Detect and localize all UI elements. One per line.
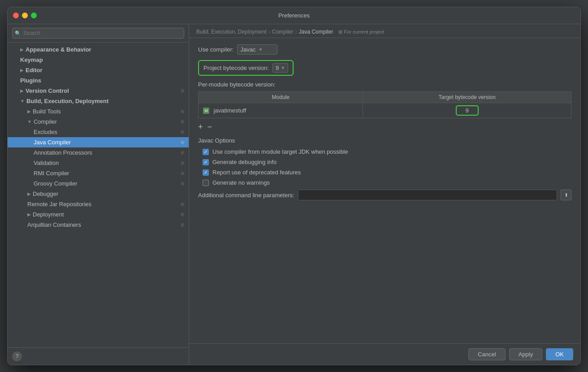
sidebar-label-version-control: Version Control xyxy=(26,87,69,94)
chevron-down-icon: ▼ xyxy=(258,47,263,52)
sidebar-label-appearance: Appearance & Behavior xyxy=(26,46,91,53)
sidebar-item-build-exec-deploy[interactable]: ▼ Build, Execution, Deployment xyxy=(8,96,189,106)
settings-icon: ⊞ xyxy=(181,150,184,155)
checkbox-use-compiler-jdk[interactable]: ✓ xyxy=(203,149,209,155)
main-content: 🔍 ▶ Appearance & Behavior Keymap ▶ Edito… xyxy=(8,24,580,365)
traffic-lights xyxy=(13,13,37,18)
sidebar-label-annotation-processors: Annotation Processors xyxy=(34,149,92,156)
checkbox-report-deprecated[interactable]: ✓ xyxy=(203,169,209,176)
target-version-cell: 9 xyxy=(363,103,571,118)
sidebar-label-build-exec-deploy: Build, Execution, Deployment xyxy=(26,98,108,104)
search-box: 🔍 xyxy=(8,24,189,43)
sidebar-item-groovy-compiler[interactable]: Groovy Compiler ⊞ xyxy=(8,178,189,189)
cmdline-input[interactable] xyxy=(298,190,557,200)
sidebar-label-excludes: Excludes xyxy=(34,129,57,135)
sidebar-label-keymap: Keymap xyxy=(20,56,43,63)
module-name-cell: M javatimestuff xyxy=(199,103,363,118)
module-table: Module Target bytecode version M xyxy=(198,91,571,118)
close-button[interactable] xyxy=(13,13,19,18)
ok-button[interactable]: OK xyxy=(546,348,573,360)
breadcrumb: Build, Execution, Deployment › Compiler … xyxy=(189,24,580,38)
cancel-button[interactable]: Cancel xyxy=(468,348,505,360)
chevron-down-icon: ▼ xyxy=(281,65,285,70)
settings-icon: ⊞ xyxy=(181,160,184,165)
target-version-wrapper: 9 xyxy=(368,105,566,116)
sidebar-item-java-compiler[interactable]: Java Compiler ⊞ xyxy=(8,137,189,147)
settings-icon: ⊞ xyxy=(181,181,184,186)
sidebar-label-java-compiler: Java Compiler xyxy=(34,139,71,146)
sidebar-item-remote-jar[interactable]: Remote Jar Repositories ⊞ xyxy=(8,199,189,209)
settings-icon: ⊞ xyxy=(181,109,184,114)
help-button[interactable]: ? xyxy=(12,351,22,361)
target-version-value: 9 xyxy=(456,105,479,116)
sidebar-label-validation: Validation xyxy=(34,160,59,166)
sidebar-item-excludes[interactable]: Excludes ⊞ xyxy=(8,127,189,137)
col-target-version-label: Target bytecode version xyxy=(439,94,496,100)
table-row[interactable]: M javatimestuff 9 xyxy=(199,103,571,118)
breadcrumb-current: Java Compiler xyxy=(299,29,333,35)
sidebar-item-build-tools[interactable]: ▶ Build Tools ⊞ xyxy=(8,106,189,117)
add-remove-bar: + − xyxy=(198,121,571,135)
minimize-button[interactable] xyxy=(22,13,28,18)
settings-icon: ⊞ xyxy=(181,171,184,176)
sidebar-item-editor[interactable]: ▶ Editor xyxy=(8,65,189,75)
search-wrapper: 🔍 xyxy=(12,28,184,39)
apply-button[interactable]: Apply xyxy=(509,348,543,360)
arrow-icon: ▶ xyxy=(20,88,24,93)
remove-module-button[interactable]: − xyxy=(208,123,212,131)
breadcrumb-sep2: › xyxy=(295,29,297,35)
checkbox-row-report-deprecated: ✓ Report use of deprecated features xyxy=(198,169,571,176)
checkbox-generate-debug[interactable]: ✓ xyxy=(203,159,209,165)
sidebar-item-keymap[interactable]: Keymap xyxy=(8,55,189,65)
sidebar-label-arquillian: Arquillian Containers xyxy=(27,221,81,228)
titlebar: Preferences xyxy=(8,7,580,24)
add-module-button[interactable]: + xyxy=(198,123,203,131)
checkbox-label-generate-debug: Generate debugging info xyxy=(212,159,277,165)
col-target-version: Target bytecode version xyxy=(363,92,571,103)
project-bytecode-label: Project bytecode version: xyxy=(203,65,269,71)
settings-icon: ⊞ xyxy=(181,119,184,124)
arrow-icon: ▶ xyxy=(27,191,31,196)
sidebar-item-plugins[interactable]: Plugins xyxy=(8,75,189,86)
checkbox-row-generate-debug: ✓ Generate debugging info xyxy=(198,159,571,165)
arrow-icon: ▶ xyxy=(20,68,24,73)
window-title: Preferences xyxy=(278,12,310,19)
target-header-wrapper: Target bytecode version xyxy=(368,94,566,100)
per-module-label: Per-module bytecode version: xyxy=(198,81,571,88)
col-module: Module xyxy=(199,92,363,103)
sidebar-item-version-control[interactable]: ▶ Version Control ⊞ xyxy=(8,86,189,96)
checkbox-row-no-warnings: Generate no warnings xyxy=(198,179,571,186)
breadcrumb-sep1: › xyxy=(268,29,270,35)
project-bytecode-select[interactable]: 9 ▼ xyxy=(272,63,288,73)
sidebar-label-groovy-compiler: Groovy Compiler xyxy=(34,180,78,187)
arrow-icon: ▼ xyxy=(27,119,32,124)
cmdline-browse-button[interactable]: ⬆ xyxy=(561,190,571,200)
maximize-button[interactable] xyxy=(31,13,37,18)
use-compiler-select[interactable]: Javac ▼ xyxy=(237,44,277,55)
sidebar-item-compiler[interactable]: ▼ Compiler ⊞ xyxy=(8,117,189,127)
sidebar-item-rmi-compiler[interactable]: RMI Compiler ⊞ xyxy=(8,168,189,178)
sidebar-label-build-tools: Build Tools xyxy=(33,108,61,115)
breadcrumb-part2: Compiler xyxy=(272,29,294,35)
sidebar: 🔍 ▶ Appearance & Behavior Keymap ▶ Edito… xyxy=(8,24,189,365)
sidebar-item-debugger[interactable]: ▶ Debugger xyxy=(8,189,189,199)
sidebar-item-deployment[interactable]: ▶ Deployment ⊞ xyxy=(8,209,189,220)
settings-icon: ⊞ xyxy=(181,222,184,227)
sidebar-label-plugins: Plugins xyxy=(20,77,41,84)
preferences-window: Preferences 🔍 ▶ Appearance & Behavior Ke… xyxy=(7,7,581,365)
sidebar-bottom: ? xyxy=(8,347,189,365)
main-panel: Build, Execution, Deployment › Compiler … xyxy=(189,24,580,365)
for-project-label: ⊞ For current project xyxy=(338,29,384,35)
search-icon: 🔍 xyxy=(15,30,21,36)
checkbox-no-warnings[interactable] xyxy=(203,180,209,186)
checkbox-label-use-compiler-jdk: Use compiler from module target JDK when… xyxy=(212,148,348,155)
search-input[interactable] xyxy=(12,28,184,39)
arrow-icon: ▼ xyxy=(20,99,25,104)
sidebar-item-appearance[interactable]: ▶ Appearance & Behavior xyxy=(8,44,189,55)
arrow-icon: ▶ xyxy=(27,212,31,217)
sidebar-item-arquillian[interactable]: Arquillian Containers ⊞ xyxy=(8,220,189,230)
sidebar-item-validation[interactable]: Validation ⊞ xyxy=(8,158,189,168)
sidebar-item-annotation-processors[interactable]: Annotation Processors ⊞ xyxy=(8,147,189,158)
module-icon: M xyxy=(203,108,209,114)
javac-options-title: Javac Options xyxy=(198,137,571,144)
